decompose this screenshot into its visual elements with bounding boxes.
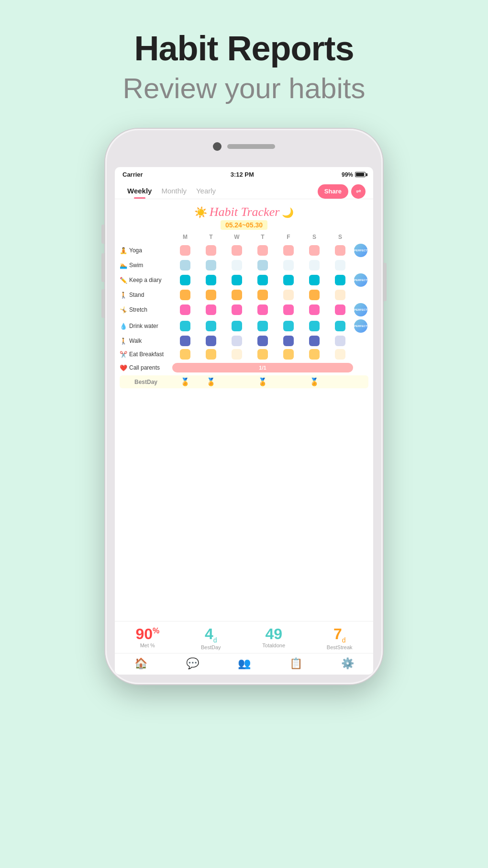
mute-button <box>101 225 105 244</box>
swim-dot-3 <box>257 260 268 271</box>
stand-dot-0 <box>180 290 190 300</box>
camera-lens <box>213 142 222 151</box>
habit-row-callparents: ❤️Call parents 1/1 <box>120 361 368 374</box>
habit-label-stretch: 🤸Stretch <box>120 306 172 314</box>
swim-dot-2 <box>232 260 242 271</box>
habit-label-swim: 🏊Swim <box>120 262 172 269</box>
time-label: 3:12 PM <box>231 171 254 178</box>
battery-fill <box>356 173 364 176</box>
habit-label-callparents: ❤️Call parents <box>120 364 172 372</box>
stand-dot-5 <box>309 290 320 300</box>
water-dot-1 <box>206 321 216 331</box>
walk-dot-0 <box>180 336 190 346</box>
battery-percent: 99% <box>342 171 353 178</box>
hero-subtitle: Review your habits <box>123 72 366 105</box>
diary-dot-5 <box>309 275 320 285</box>
water-dot-2 <box>232 321 242 331</box>
day-T1: T <box>198 234 224 240</box>
diary-dot-1 <box>206 275 216 285</box>
habit-label-breakfast: ✂️Eat Breakfast <box>120 351 172 358</box>
walk-dot-2 <box>232 336 242 346</box>
habit-row-stand: 🚶Stand <box>120 288 368 302</box>
habit-label-yoga: 🧘Yoga <box>120 247 172 254</box>
stat-met-value: 90% <box>135 626 159 642</box>
phone-mockup: Carrier 3:12 PM 99% Weekly Monthly Yearl… <box>105 129 383 684</box>
moon-emoji: 🌙 <box>282 207 294 218</box>
bottom-nav: 🏠 💬 👥 📋 ⚙️ <box>115 653 373 675</box>
diary-badge-cell: PERFECT <box>353 273 368 287</box>
yoga-badge-cell: PERFECT <box>353 244 368 257</box>
yoga-dot-6 <box>335 245 345 256</box>
breakfast-dot-6 <box>335 349 345 360</box>
stretch-dot-0 <box>180 304 190 315</box>
status-right: 99% <box>342 171 366 178</box>
stat-totaldone: 49 Totaldone <box>262 626 285 650</box>
swim-dot-4 <box>283 260 294 271</box>
yoga-badge: PERFECT <box>354 244 367 257</box>
stand-dot-2 <box>232 290 242 300</box>
diary-dot-3 <box>257 275 268 285</box>
stat-bestday: 4d BestDay <box>201 626 221 650</box>
stretch-dot-5 <box>309 304 320 315</box>
stat-met-label: Met % <box>140 643 155 648</box>
nav-settings[interactable]: ⚙️ <box>341 657 354 670</box>
nav-friends[interactable]: 👥 <box>238 657 251 670</box>
share-button[interactable]: Share <box>318 184 348 199</box>
swim-dot-0 <box>180 260 190 271</box>
trophy-3: 🏅 <box>250 377 276 386</box>
stand-dot-4 <box>283 290 294 300</box>
trophy-1: 🏅 <box>198 377 224 386</box>
water-badge-cell: PERFECT <box>353 319 368 333</box>
tab-monthly[interactable]: Monthly <box>156 184 191 199</box>
water-dot-0 <box>180 321 190 331</box>
yoga-dot-3 <box>257 245 268 256</box>
habit-grid: M T W T F S S 🧘Yoga <box>115 233 373 621</box>
stat-bestday-value: 4d <box>205 626 217 643</box>
water-dot-3 <box>257 321 268 331</box>
tab-weekly[interactable]: Weekly <box>122 184 156 199</box>
volume-up-button <box>101 253 105 282</box>
tracker-header: ☀️ Habit Tracker 🌙 05.24~05.30 <box>115 199 373 233</box>
day-S1: S <box>301 234 327 240</box>
habit-label-water: 💧Drink water <box>120 323 172 330</box>
walk-dot-1 <box>206 336 216 346</box>
nav-habits[interactable]: 📋 <box>289 657 302 670</box>
hero-title: Habit Reports <box>134 29 354 68</box>
breakfast-dot-3 <box>257 349 268 360</box>
water-dot-5 <box>309 321 320 331</box>
bestday-row: BestDay 🏅 🏅 🏅 🏅 <box>120 375 368 388</box>
yoga-dot-4 <box>283 245 294 256</box>
day-W: W <box>224 234 250 240</box>
stretch-dot-1 <box>206 304 216 315</box>
filter-button[interactable]: ⇌ <box>351 184 366 199</box>
habit-row-breakfast: ✂️Eat Breakfast <box>120 348 368 361</box>
walk-dot-6 <box>335 336 345 346</box>
nav-tabs: Weekly Monthly Yearly Share ⇌ <box>115 182 373 199</box>
tracker-date: 05.24~05.30 <box>221 220 267 230</box>
day-M: M <box>172 234 198 240</box>
callparents-progress-bar: 1/1 <box>172 363 353 372</box>
swim-dot-5 <box>309 260 320 271</box>
nav-chat[interactable]: 💬 <box>186 657 199 670</box>
stand-dot-1 <box>206 290 216 300</box>
tab-yearly[interactable]: Yearly <box>191 184 221 199</box>
stat-totaldone-value: 49 <box>265 626 282 642</box>
battery-icon <box>355 172 366 177</box>
stretch-badge-cell: PERFECT <box>353 303 368 316</box>
habit-row-water: 💧Drink water PERFECT <box>120 318 368 334</box>
swim-dot-1 <box>206 260 216 271</box>
status-bar: Carrier 3:12 PM 99% <box>115 167 373 182</box>
stand-dot-6 <box>335 290 345 300</box>
breakfast-dot-0 <box>180 349 190 360</box>
phone-screen: Carrier 3:12 PM 99% Weekly Monthly Yearl… <box>115 167 373 675</box>
stretch-dot-4 <box>283 304 294 315</box>
stat-bestday-label: BestDay <box>201 644 221 650</box>
day-S2: S <box>327 234 353 240</box>
stretch-dot-3 <box>257 304 268 315</box>
breakfast-dot-5 <box>309 349 320 360</box>
content-area: ☀️ Habit Tracker 🌙 05.24~05.30 M T W T F… <box>115 199 373 653</box>
diary-dot-2 <box>232 275 242 285</box>
callparents-progress-text: 1/1 <box>259 365 266 371</box>
nav-home[interactable]: 🏠 <box>134 657 147 670</box>
tracker-title: Habit Tracker <box>210 205 280 219</box>
